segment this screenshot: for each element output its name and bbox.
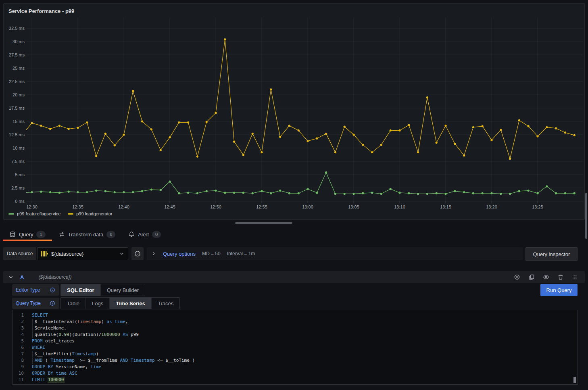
clickhouse-logo-icon: [41, 250, 48, 257]
line-number: 3: [13, 325, 24, 332]
line-number: 5: [13, 338, 24, 344]
query-datasource-hint: (${datasource}): [38, 274, 71, 280]
info-circle-icon[interactable]: [50, 300, 55, 306]
duplicate-query-icon[interactable]: [528, 274, 535, 280]
timeseries-panel: Service Performance - p99 0 ms2.5 ms5 ms…: [3, 3, 585, 220]
svg-text:12:40: 12:40: [118, 204, 129, 209]
chart-legend: p99 featureflagservice p99 loadgenerator: [8, 211, 113, 216]
svg-text:17.5 ms: 17.5 ms: [9, 106, 25, 111]
editor-type-segmented-control: SQL EditorQuery Builder: [60, 284, 145, 296]
option-time-series[interactable]: Time Series: [109, 298, 151, 309]
svg-text:10 ms: 10 ms: [13, 146, 25, 150]
svg-text:13:05: 13:05: [348, 204, 359, 209]
drag-handle-icon[interactable]: [572, 274, 578, 280]
line-number: 4: [13, 332, 24, 338]
datasource-select[interactable]: ${datasource}: [37, 247, 128, 260]
info-circle-icon[interactable]: [50, 287, 55, 293]
svg-text:?: ?: [137, 252, 139, 256]
query-type-label: Query Type: [16, 300, 41, 306]
delete-query-trash-icon[interactable]: [557, 274, 564, 280]
max-datapoints-stat: MD = 50: [202, 251, 221, 257]
svg-text:12:30: 12:30: [26, 204, 38, 209]
editor-type-label: Editor Type: [16, 287, 40, 293]
line-number: 1: [13, 312, 24, 319]
line-number: 2: [13, 319, 24, 325]
page-scrollbar-thumb[interactable]: [585, 193, 587, 239]
legend-swatch-green: [8, 213, 14, 215]
datasource-value: ${datasource}: [51, 251, 116, 257]
legend-swatch-yellow: [68, 213, 73, 215]
option-logs[interactable]: Logs: [85, 298, 109, 309]
database-icon: [9, 231, 16, 238]
query-row-header[interactable]: A (${datasource}): [3, 271, 585, 283]
legend-item-loadgenerator[interactable]: p99 loadgenerator: [68, 211, 112, 216]
datasource-label: Data source: [3, 247, 36, 260]
svg-text:20 ms: 20 ms: [13, 92, 25, 97]
indent-guide: [32, 319, 33, 338]
svg-text:2.5 ms: 2.5 ms: [11, 186, 25, 190]
svg-text:32.5 ms: 32.5 ms: [9, 26, 25, 31]
tab-transform-data[interactable]: Transform data 0: [52, 228, 122, 241]
editor-type-field-label: Editor Type: [12, 284, 59, 296]
line-number: 8: [13, 357, 24, 364]
query-type-field-label: Query Type: [12, 298, 59, 309]
legend-label[interactable]: p99 loadgenerator: [76, 211, 112, 216]
help-circle-icon: ?: [134, 250, 141, 257]
svg-text:13:00: 13:00: [302, 204, 313, 209]
svg-text:12:50: 12:50: [210, 204, 221, 209]
transform-icon: [58, 231, 65, 238]
option-traces[interactable]: Traces: [151, 298, 179, 309]
option-query-builder[interactable]: Query Builder: [100, 284, 145, 296]
svg-text:12:35: 12:35: [72, 204, 83, 209]
query-options-link[interactable]: Query options: [163, 251, 196, 257]
code-line: 10ORDER BY time ASC: [13, 370, 578, 377]
grafana-edit-panel-screen: Service Performance - p99 0 ms2.5 ms5 ms…: [0, 0, 588, 390]
code-line: 9GROUP BY ServiceName, time: [13, 364, 578, 370]
interval-stat: Interval = 1m: [227, 251, 255, 257]
run-query-button[interactable]: Run Query: [540, 284, 578, 296]
svg-text:25 ms: 25 ms: [13, 66, 25, 71]
hide-query-eye-icon[interactable]: [543, 274, 549, 280]
option-sql-editor[interactable]: SQL Editor: [61, 284, 100, 296]
code-line: 1SELECT: [13, 312, 578, 319]
query-ref-id: A: [20, 274, 24, 280]
editor-scrollbar-thumb[interactable]: [573, 377, 576, 383]
svg-text:12.5 ms: 12.5 ms: [9, 132, 25, 137]
line-number: 6: [13, 344, 24, 351]
svg-text:13:10: 13:10: [394, 204, 405, 209]
tab-label: Query: [19, 231, 33, 238]
svg-text:13:20: 13:20: [486, 204, 497, 209]
tab-query[interactable]: Query 1: [3, 228, 52, 241]
svg-text:13:15: 13:15: [440, 204, 451, 209]
query-count-badge: 1: [36, 231, 45, 238]
record-circle-icon[interactable]: [514, 274, 520, 280]
code-line: 7 $__timeFilter(Timestamp): [13, 351, 578, 357]
datasource-help-button[interactable]: ?: [131, 247, 144, 260]
legend-label[interactable]: p99 featureflagservice: [17, 211, 60, 216]
query-type-segmented-control: TableLogsTime SeriesTraces: [60, 297, 180, 309]
query-options-bar[interactable]: Query options MD = 50 Interval = 1m: [147, 247, 523, 260]
code-lines: 1SELECT2 $__timeInterval(Timestamp) as t…: [13, 312, 578, 383]
indent-guide: [32, 351, 33, 364]
collapse-chevron-icon[interactable]: [8, 274, 14, 280]
svg-text:5 ms: 5 ms: [15, 172, 25, 177]
bell-icon: [128, 231, 135, 238]
svg-text:15 ms: 15 ms: [13, 119, 25, 124]
svg-text:12:45: 12:45: [164, 204, 175, 209]
svg-text:7.5 ms: 7.5 ms: [11, 159, 25, 164]
sql-code-editor[interactable]: 1SELECT2 $__timeInterval(Timestamp) as t…: [12, 310, 578, 385]
legend-item-featureflagservice[interactable]: p99 featureflagservice: [8, 211, 60, 216]
query-row-actions: [514, 274, 580, 280]
tab-alert[interactable]: Alert 0: [122, 228, 167, 241]
line-number: 7: [13, 351, 24, 357]
timeseries-chart[interactable]: 0 ms2.5 ms5 ms7.5 ms10 ms12.5 ms15 ms17.…: [4, 4, 584, 219]
horizontal-scrollbar-thumb[interactable]: [235, 222, 292, 224]
chevron-right-icon: [151, 251, 156, 257]
option-table[interactable]: Table: [61, 298, 85, 309]
code-line: 4 quantile(0.99)(Duration)/1000000 AS p9…: [13, 332, 578, 338]
query-inspector-button[interactable]: Query inspector: [525, 247, 578, 261]
code-line: 3 ServiceName,: [13, 325, 578, 332]
svg-text:0 ms: 0 ms: [15, 199, 25, 204]
line-number: 9: [13, 364, 24, 370]
tab-label: Transform data: [68, 231, 104, 238]
